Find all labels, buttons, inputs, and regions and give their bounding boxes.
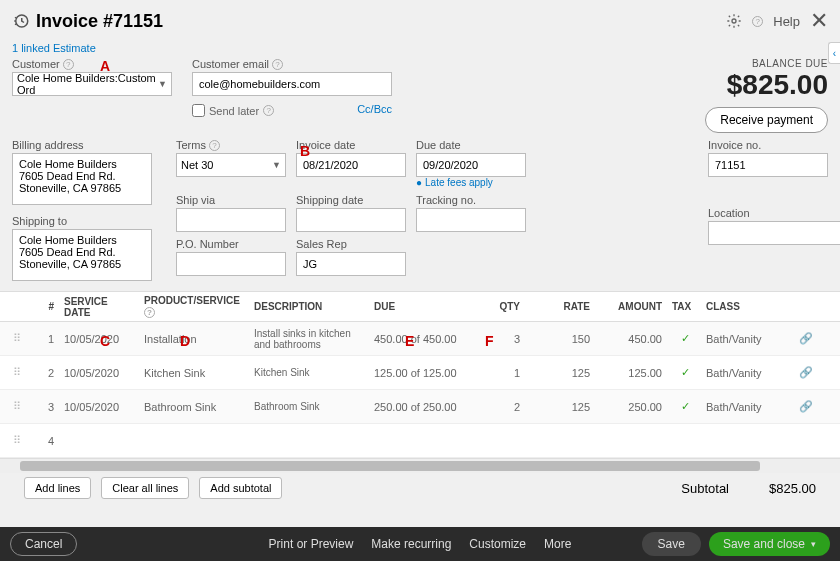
linked-estimate-link[interactable]: 1 linked Estimate bbox=[0, 42, 840, 54]
sales-rep-field[interactable] bbox=[296, 252, 406, 276]
col-description: DESCRIPTION bbox=[250, 301, 370, 312]
row-date[interactable]: 10/05/2020 bbox=[60, 401, 140, 413]
clear-lines-button[interactable]: Clear all lines bbox=[101, 477, 189, 499]
terms-label: Terms? bbox=[176, 139, 286, 151]
row-tax-check[interactable]: ✓ bbox=[668, 332, 702, 345]
row-class[interactable]: Bath/Vanity bbox=[702, 401, 786, 413]
balance-due-amount: $825.00 bbox=[705, 69, 828, 101]
row-num: 1 bbox=[34, 333, 60, 345]
row-num: 3 bbox=[34, 401, 60, 413]
table-row[interactable]: ⠿4 bbox=[0, 424, 840, 458]
row-class[interactable]: Bath/Vanity bbox=[702, 367, 786, 379]
row-num: 4 bbox=[34, 435, 60, 447]
row-tax-check[interactable]: ✓ bbox=[668, 366, 702, 379]
link-icon[interactable]: 🔗 bbox=[786, 366, 826, 379]
ccbcc-link[interactable]: Cc/Bcc bbox=[357, 103, 392, 115]
col-product: PRODUCT/SERVICE ? bbox=[140, 295, 250, 318]
page-title: Invoice #71151 bbox=[12, 11, 163, 32]
due-date-label: Due date bbox=[416, 139, 526, 151]
row-product[interactable]: Kitchen Sink bbox=[140, 367, 250, 379]
history-icon bbox=[12, 12, 30, 30]
row-qty[interactable]: 1 bbox=[470, 367, 526, 379]
email-field[interactable] bbox=[192, 72, 392, 96]
row-qty[interactable]: 3 bbox=[470, 333, 526, 345]
row-tax-check[interactable]: ✓ bbox=[668, 400, 702, 413]
invoice-no-field[interactable] bbox=[708, 153, 828, 177]
col-service-date: SERVICE DATE bbox=[60, 296, 140, 318]
col-rate: RATE bbox=[526, 301, 596, 312]
link-icon[interactable]: 🔗 bbox=[786, 332, 826, 345]
sales-rep-label: Sales Rep bbox=[296, 238, 406, 250]
shipping-to-field[interactable]: Cole Home Builders 7605 Dead End Rd. Sto… bbox=[12, 229, 152, 281]
col-qty: QTY bbox=[470, 301, 526, 312]
row-qty[interactable]: 2 bbox=[470, 401, 526, 413]
shipping-date-field[interactable] bbox=[296, 208, 406, 232]
location-label: Location bbox=[708, 207, 828, 219]
add-subtotal-button[interactable]: Add subtotal bbox=[199, 477, 282, 499]
row-class[interactable]: Bath/Vanity bbox=[702, 333, 786, 345]
row-date[interactable]: 10/05/2020 bbox=[60, 333, 140, 345]
ship-via-field[interactable] bbox=[176, 208, 286, 232]
receive-payment-button[interactable]: Receive payment bbox=[705, 107, 828, 133]
row-rate[interactable]: 125 bbox=[526, 401, 596, 413]
drag-handle-icon[interactable]: ⠿ bbox=[0, 366, 34, 379]
add-lines-button[interactable]: Add lines bbox=[24, 477, 91, 499]
row-due: 450.00 of 450.00 bbox=[370, 333, 470, 345]
row-amount: 450.00 bbox=[596, 333, 668, 345]
print-preview-button[interactable]: Print or Preview bbox=[269, 537, 354, 551]
drag-handle-icon[interactable]: ⠿ bbox=[0, 434, 34, 447]
more-button[interactable]: More bbox=[544, 537, 571, 551]
horizontal-scrollbar[interactable] bbox=[0, 459, 840, 473]
terms-select[interactable]: Net 30▼ bbox=[176, 153, 286, 177]
col-tax: TAX bbox=[668, 301, 702, 312]
invoice-date-label: Invoice date bbox=[296, 139, 406, 151]
drag-handle-icon[interactable]: ⠿ bbox=[0, 332, 34, 345]
send-later-checkbox[interactable]: Send later? bbox=[192, 104, 274, 117]
customize-button[interactable]: Customize bbox=[469, 537, 526, 551]
make-recurring-button[interactable]: Make recurring bbox=[371, 537, 451, 551]
drag-handle-icon[interactable]: ⠿ bbox=[0, 400, 34, 413]
close-icon[interactable]: ✕ bbox=[810, 8, 828, 34]
table-row[interactable]: ⠿210/05/2020Kitchen SinkKitchen Sink125.… bbox=[0, 356, 840, 390]
table-row[interactable]: ⠿110/05/2020InstallationInstall sinks in… bbox=[0, 322, 840, 356]
row-product[interactable]: Installation bbox=[140, 333, 250, 345]
line-items-table: # SERVICE DATE PRODUCT/SERVICE ? DESCRIP… bbox=[0, 291, 840, 459]
help-label[interactable]: Help bbox=[773, 14, 800, 29]
table-row[interactable]: ⠿310/05/2020Bathroom SinkBathroom Sink25… bbox=[0, 390, 840, 424]
help-icon[interactable]: ? bbox=[752, 16, 763, 27]
row-desc[interactable]: Install sinks in kitchen and bathrooms bbox=[250, 328, 370, 350]
customer-select[interactable]: Cole Home Builders:Custom Ord▼ bbox=[12, 72, 172, 96]
row-rate[interactable]: 125 bbox=[526, 367, 596, 379]
col-amount: AMOUNT bbox=[596, 301, 668, 312]
location-select[interactable]: ▼ bbox=[708, 221, 828, 245]
gear-icon[interactable] bbox=[726, 13, 742, 29]
row-due: 250.00 of 250.00 bbox=[370, 401, 470, 413]
po-field[interactable] bbox=[176, 252, 286, 276]
row-rate[interactable]: 150 bbox=[526, 333, 596, 345]
link-icon[interactable]: 🔗 bbox=[786, 400, 826, 413]
side-panel-toggle[interactable]: ‹ bbox=[828, 42, 840, 64]
row-desc[interactable]: Bathroom Sink bbox=[250, 401, 370, 412]
col-class: CLASS bbox=[702, 301, 786, 312]
billing-address-field[interactable]: Cole Home Builders 7605 Dead End Rd. Sto… bbox=[12, 153, 152, 205]
row-amount: 250.00 bbox=[596, 401, 668, 413]
subtotal-label: Subtotal bbox=[681, 481, 729, 496]
row-product[interactable]: Bathroom Sink bbox=[140, 401, 250, 413]
svg-point-1 bbox=[732, 19, 736, 23]
billing-address-label: Billing address bbox=[12, 139, 152, 151]
due-date-field[interactable] bbox=[416, 153, 526, 177]
row-desc[interactable]: Kitchen Sink bbox=[250, 367, 370, 378]
row-due: 125.00 of 125.00 bbox=[370, 367, 470, 379]
cancel-button[interactable]: Cancel bbox=[10, 532, 77, 556]
save-button[interactable]: Save bbox=[642, 532, 701, 556]
row-date[interactable]: 10/05/2020 bbox=[60, 367, 140, 379]
save-and-close-button[interactable]: Save and close bbox=[709, 532, 830, 556]
tracking-field[interactable] bbox=[416, 208, 526, 232]
row-num: 2 bbox=[34, 367, 60, 379]
invoice-date-field[interactable] bbox=[296, 153, 406, 177]
col-due: DUE bbox=[370, 301, 470, 312]
email-label: Customer email? bbox=[192, 58, 392, 70]
subtotal-value: $825.00 bbox=[769, 481, 816, 496]
row-amount: 125.00 bbox=[596, 367, 668, 379]
shipping-date-label: Shipping date bbox=[296, 194, 406, 206]
